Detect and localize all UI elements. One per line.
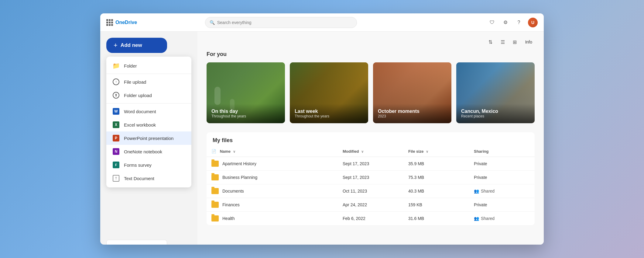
file-upload-label: File upload bbox=[124, 79, 146, 85]
word-label: Word document bbox=[124, 109, 156, 114]
file-modified: Apr 24, 2022 bbox=[338, 198, 403, 212]
card3-subtitle: 2023 bbox=[378, 114, 447, 118]
file-name: Apartment History bbox=[222, 161, 256, 166]
onenote-icon: N bbox=[112, 148, 120, 155]
folder-icon bbox=[211, 174, 219, 180]
file-sharing: 👥Shared bbox=[469, 212, 535, 225]
folder-icon bbox=[211, 202, 219, 208]
forms-label: Forms survey bbox=[124, 162, 152, 168]
sidebar-area: + Add new 📁 Folder ↑ File upload bbox=[100, 32, 197, 245]
menu-item-excel[interactable]: X Excel workbook bbox=[106, 118, 191, 131]
table-header-row: 📄 Name ∨ Modified ∨ File size ∨ bbox=[207, 146, 535, 157]
menu-item-file-upload[interactable]: ↑ File upload bbox=[106, 75, 191, 89]
card3-overlay: October moments 2023 bbox=[373, 104, 451, 123]
powerpoint-label: PowerPoint presentation bbox=[124, 136, 173, 141]
search-icon: 🔍 bbox=[210, 20, 215, 25]
app-title: OneDrive bbox=[115, 20, 137, 25]
folder-icon bbox=[211, 161, 219, 167]
files-table: 📄 Name ∨ Modified ∨ File size ∨ bbox=[207, 146, 535, 225]
diamond-icon: ◇ bbox=[111, 244, 116, 245]
excel-icon: X bbox=[112, 121, 120, 128]
menu-item-folder-upload[interactable]: ⬆ Folder upload bbox=[106, 89, 191, 102]
dropdown-menu: 📁 Folder ↑ File upload ⬆ Folder upload bbox=[106, 57, 191, 187]
file-name: Business Planning bbox=[222, 175, 257, 180]
card4-subtitle: Recent places bbox=[461, 114, 530, 118]
photo-card-1[interactable]: On this day Throughout the years bbox=[207, 62, 285, 123]
header-actions: 🛡 ⚙ ? U bbox=[488, 18, 538, 27]
file-icon-th: 📄 bbox=[211, 149, 216, 154]
file-modified: Sept 17, 2023 bbox=[338, 171, 403, 184]
name-sort-arrow: ∨ bbox=[233, 150, 235, 153]
waffle-icon[interactable] bbox=[106, 19, 113, 26]
table-row[interactable]: Finances Apr 24, 2022 159 KB Private bbox=[207, 198, 535, 212]
col-header-size[interactable]: File size ∨ bbox=[403, 146, 469, 157]
main-content: + Add new 📁 Folder ↑ File upload bbox=[100, 32, 544, 245]
shared-icon: 👥 bbox=[474, 189, 479, 194]
search-input[interactable] bbox=[217, 20, 352, 25]
photo-card-2[interactable]: Last week Throughout the years bbox=[290, 62, 368, 123]
card1-overlay: On this day Throughout the years bbox=[207, 104, 285, 123]
photo-card-4[interactable]: Cancun, Mexico Recent places bbox=[456, 62, 535, 123]
table-row[interactable]: Business Planning Sept 17, 2023 75.3 MB … bbox=[207, 171, 535, 184]
app-window: OneDrive 🔍 🛡 ⚙ ? U + Add new 📁 bbox=[100, 13, 544, 245]
list-view-icon[interactable]: ☰ bbox=[498, 38, 507, 46]
card2-title: Last week bbox=[295, 109, 363, 114]
size-sort-arrow: ∨ bbox=[426, 150, 428, 153]
file-size: 75.3 MB bbox=[403, 171, 469, 184]
file-name: Documents bbox=[222, 189, 244, 194]
menu-item-powerpoint[interactable]: P PowerPoint presentation bbox=[106, 131, 191, 145]
premium-button[interactable]: ◇ Premium OneDrive bbox=[106, 240, 167, 245]
file-sharing: 👥Shared bbox=[469, 184, 535, 198]
col-header-sharing: Sharing bbox=[469, 146, 535, 157]
table-row[interactable]: Apartment History Sept 17, 2023 35.9 MB … bbox=[207, 157, 535, 171]
settings-icon[interactable]: ⚙ bbox=[501, 18, 510, 27]
file-name: Finances bbox=[222, 202, 240, 207]
help-icon[interactable]: ? bbox=[515, 18, 523, 27]
file-name: Health bbox=[222, 216, 235, 221]
folder-upload-icon: ⬆ bbox=[112, 92, 120, 99]
menu-item-text[interactable]: T Text Document bbox=[106, 172, 191, 185]
col-header-name[interactable]: 📄 Name ∨ bbox=[207, 146, 338, 157]
file-modified: Oct 11, 2023 bbox=[338, 184, 403, 198]
header: OneDrive 🔍 🛡 ⚙ ? U bbox=[100, 13, 544, 32]
add-new-label: Add new bbox=[121, 42, 142, 48]
table-row[interactable]: Documents Oct 11, 2023 40.3 MB 👥Shared bbox=[207, 184, 535, 198]
card4-title: Cancun, Mexico bbox=[461, 109, 530, 114]
onenote-label: OneNote notebook bbox=[124, 149, 162, 154]
file-upload-icon: ↑ bbox=[112, 78, 120, 85]
file-name-cell: Finances bbox=[207, 198, 338, 212]
col-header-modified[interactable]: Modified ∨ bbox=[338, 146, 403, 157]
menu-item-word[interactable]: W Word document bbox=[106, 105, 191, 118]
photo-card-3[interactable]: October moments 2023 bbox=[373, 62, 451, 123]
menu-item-forms[interactable]: F Forms survey bbox=[106, 158, 191, 172]
text-icon: T bbox=[112, 175, 120, 182]
divider2 bbox=[106, 103, 191, 103]
sort-icon[interactable]: ⇅ bbox=[486, 38, 495, 46]
file-size: 159 KB bbox=[403, 198, 469, 212]
card1-title: On this day bbox=[211, 109, 280, 114]
modified-sort-arrow: ∨ bbox=[361, 150, 364, 153]
grid-view-icon[interactable]: ⊞ bbox=[511, 38, 519, 46]
avatar[interactable]: U bbox=[528, 18, 538, 27]
files-section: My files 📄 Name ∨ Modified ∨ bbox=[207, 132, 535, 225]
content-toolbar: ⇅ ☰ ⊞ Info bbox=[207, 38, 535, 46]
folder-icon bbox=[211, 215, 219, 221]
file-sharing: Private bbox=[469, 157, 535, 171]
menu-item-onenote[interactable]: N OneNote notebook bbox=[106, 145, 191, 158]
card3-title: October moments bbox=[378, 109, 447, 114]
menu-item-folder[interactable]: 📁 Folder bbox=[106, 59, 191, 72]
card2-overlay: Last week Throughout the years bbox=[290, 104, 368, 123]
photo-cards: On this day Throughout the years Last we… bbox=[207, 62, 535, 123]
table-row[interactable]: Health Feb 6, 2022 31.6 MB 👥Shared bbox=[207, 212, 535, 225]
file-sharing: Private bbox=[469, 198, 535, 212]
text-label: Text Document bbox=[124, 176, 154, 181]
file-name-cell: Business Planning bbox=[207, 171, 338, 184]
content-area: ⇅ ☰ ⊞ Info For you bbox=[197, 32, 544, 245]
folder-icon: 📁 bbox=[112, 62, 120, 69]
file-modified: Feb 6, 2022 bbox=[338, 212, 403, 225]
file-name-cell: Apartment History bbox=[207, 157, 338, 171]
card2-subtitle: Throughout the years bbox=[295, 114, 363, 118]
shield-icon[interactable]: 🛡 bbox=[488, 18, 496, 27]
info-button[interactable]: Info bbox=[523, 38, 535, 46]
add-new-button[interactable]: + Add new bbox=[106, 38, 167, 53]
